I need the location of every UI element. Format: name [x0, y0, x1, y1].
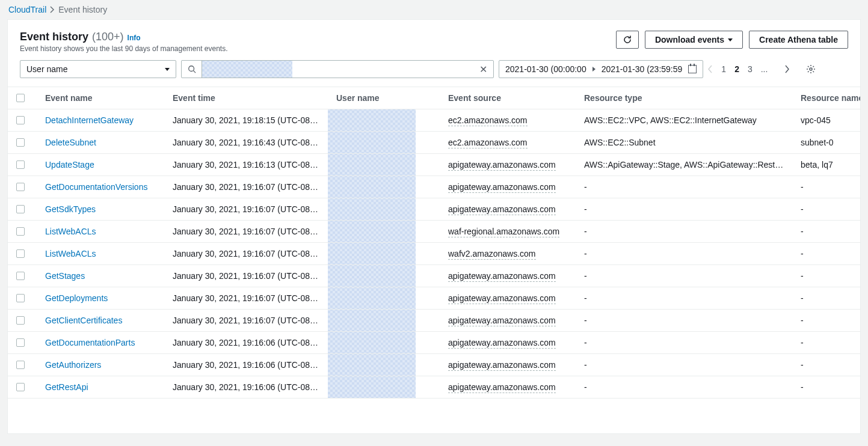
row-checkbox[interactable]: [16, 249, 25, 258]
refresh-button[interactable]: [616, 31, 639, 49]
user-name-cell: [328, 310, 440, 332]
event-name-link[interactable]: GetStages: [45, 271, 85, 281]
select-all-checkbox[interactable]: [16, 94, 25, 102]
row-checkbox[interactable]: [16, 227, 25, 236]
resource-name: -: [792, 243, 861, 265]
event-source: apigateway.amazonaws.com: [448, 338, 556, 349]
event-name-link[interactable]: DeleteSubnet: [45, 138, 96, 147]
event-name-link[interactable]: UpdateStage: [45, 160, 94, 170]
next-page-button[interactable]: [784, 65, 789, 73]
row-checkbox[interactable]: [16, 205, 25, 213]
row-checkbox[interactable]: [16, 294, 25, 302]
info-link[interactable]: Info: [128, 34, 141, 42]
resource-type: -: [576, 376, 792, 399]
event-source: apigateway.amazonaws.com: [448, 382, 556, 393]
event-source: apigateway.amazonaws.com: [448, 360, 556, 371]
search-button[interactable]: [182, 61, 202, 78]
table-row: GetClientCertificates January 30, 2021, …: [8, 310, 861, 332]
event-source: apigateway.amazonaws.com: [448, 160, 556, 171]
col-resource-name[interactable]: Resource name: [792, 87, 861, 109]
row-checkbox[interactable]: [16, 383, 25, 391]
col-resource-type[interactable]: Resource type: [576, 87, 792, 109]
row-checkbox[interactable]: [16, 338, 25, 347]
col-event-source[interactable]: Event source: [440, 87, 576, 109]
row-checkbox[interactable]: [16, 361, 25, 369]
event-name-link[interactable]: ListWebACLs: [45, 227, 96, 236]
col-event-name[interactable]: Event name: [37, 87, 164, 109]
row-checkbox[interactable]: [16, 316, 25, 325]
event-name-link[interactable]: GetDocumentationVersions: [45, 182, 147, 192]
attribute-select-value: User name: [26, 64, 67, 74]
table-row: DetachInternetGateway January 30, 2021, …: [8, 109, 861, 132]
resource-type: -: [576, 332, 792, 354]
redacted-overlay: [328, 354, 416, 376]
col-user-name[interactable]: User name: [328, 87, 440, 109]
page-title: Event history: [20, 31, 88, 43]
page-2[interactable]: 2: [734, 64, 739, 74]
row-checkbox[interactable]: [16, 116, 25, 124]
redacted-overlay: [328, 176, 416, 198]
page-1[interactable]: 1: [721, 64, 726, 74]
resource-name: -: [792, 376, 861, 399]
table-row: UpdateStage January 30, 2021, 19:16:13 (…: [8, 154, 861, 176]
event-name-link[interactable]: GetClientCertificates: [45, 316, 122, 325]
redacted-overlay: [328, 221, 416, 242]
event-time: January 30, 2021, 19:16:13 (UTC-08:00): [164, 154, 328, 176]
settings-button[interactable]: [806, 64, 816, 74]
resource-type: -: [576, 243, 792, 265]
create-athena-table-button[interactable]: Create Athena table: [749, 31, 848, 49]
resource-name: -: [792, 287, 861, 310]
breadcrumb-root[interactable]: CloudTrail: [8, 5, 46, 14]
search-input[interactable]: [202, 61, 473, 78]
attribute-select[interactable]: User name: [20, 60, 176, 78]
row-checkbox[interactable]: [16, 160, 25, 169]
svg-line-1: [193, 71, 195, 73]
redacted-overlay: [328, 132, 416, 153]
action-buttons: Download events Create Athena table: [616, 31, 848, 49]
event-time: January 30, 2021, 19:16:07 (UTC-08:00): [164, 198, 328, 221]
event-time: January 30, 2021, 19:18:15 (UTC-08:00): [164, 109, 328, 132]
event-time: January 30, 2021, 19:16:07 (UTC-08:00): [164, 287, 328, 310]
redacted-overlay: [328, 243, 416, 264]
event-time: January 30, 2021, 19:16:07 (UTC-08:00): [164, 176, 328, 198]
gear-icon: [806, 64, 816, 74]
event-name-link[interactable]: GetDeployments: [45, 293, 108, 303]
clear-search-button[interactable]: ✕: [473, 64, 493, 75]
event-source: apigateway.amazonaws.com: [448, 182, 556, 193]
events-table: Event name Event time User name Event so…: [8, 87, 861, 399]
user-name-cell: [328, 376, 440, 399]
redacted-overlay: [328, 332, 416, 353]
table-row: GetDeployments January 30, 2021, 19:16:0…: [8, 287, 861, 310]
row-checkbox[interactable]: [16, 138, 25, 147]
event-name-link[interactable]: DetachInternetGateway: [45, 115, 134, 125]
event-name-link[interactable]: GetRestApi: [45, 382, 88, 392]
row-checkbox[interactable]: [16, 272, 25, 280]
row-checkbox[interactable]: [16, 183, 25, 191]
download-events-button[interactable]: Download events: [645, 31, 743, 49]
prev-page-button[interactable]: [708, 65, 713, 73]
user-name-cell: [328, 132, 440, 154]
resource-type: -: [576, 354, 792, 376]
event-name-link[interactable]: ListWebACLs: [45, 249, 96, 258]
breadcrumb: CloudTrail Event history: [0, 0, 868, 19]
event-time: January 30, 2021, 19:16:06 (UTC-08:00): [164, 376, 328, 399]
page-3[interactable]: 3: [748, 64, 753, 74]
page-...[interactable]: ...: [761, 64, 768, 74]
event-source: wafv2.amazonaws.com: [448, 249, 536, 260]
panel-header: Event history (100+) Info Event history …: [8, 20, 860, 60]
table-row: DeleteSubnet January 30, 2021, 19:16:43 …: [8, 132, 861, 154]
user-name-cell: [328, 154, 440, 176]
user-name-cell: [328, 243, 440, 265]
event-name-link[interactable]: GetAuthorizers: [45, 360, 101, 370]
resource-type: -: [576, 265, 792, 287]
col-event-time[interactable]: Event time: [164, 87, 328, 109]
date-range-picker[interactable]: 2021-01-30 (00:00:00 2021-01-30 (23:59:5…: [499, 60, 703, 78]
event-name-link[interactable]: GetDocumentationParts: [45, 338, 135, 347]
redacted-overlay: [328, 376, 416, 398]
resource-type: AWS::EC2::Subnet: [576, 132, 792, 154]
user-name-cell: [328, 221, 440, 243]
resource-name: vpc-045: [792, 109, 861, 132]
pagination: 123...: [708, 64, 816, 74]
event-name-link[interactable]: GetSdkTypes: [45, 204, 96, 214]
event-time: January 30, 2021, 19:16:43 (UTC-08:00): [164, 132, 328, 154]
